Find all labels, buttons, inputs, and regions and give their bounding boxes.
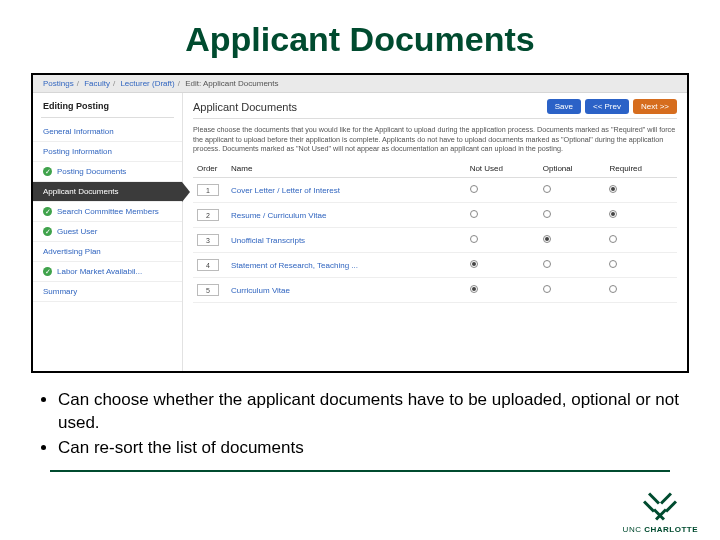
sidebar-item-summary[interactable]: Summary bbox=[33, 282, 182, 302]
bullet-2: Can re-sort the list of documents bbox=[58, 437, 680, 460]
panel-instructions: Please choose the documents that you wou… bbox=[193, 125, 677, 154]
sidebar-item-general-information[interactable]: General Information bbox=[33, 122, 182, 142]
sidebar-item-posting-documents[interactable]: Posting Documents bbox=[33, 162, 182, 182]
crumb-postings[interactable]: Postings bbox=[43, 79, 74, 88]
crumb-lecturer[interactable]: Lecturer (Draft) bbox=[120, 79, 174, 88]
crumb-current: Edit: Applicant Documents bbox=[185, 79, 278, 88]
radio-optional[interactable] bbox=[543, 260, 551, 268]
documents-table: Order Name Not Used Optional Required 1C… bbox=[193, 160, 677, 303]
radio-required[interactable] bbox=[609, 185, 617, 193]
table-row: 4Statement of Research, Teaching ... bbox=[193, 253, 677, 278]
order-input[interactable]: 5 bbox=[197, 284, 219, 296]
bullet-1: Can choose whether the applicant documen… bbox=[58, 389, 680, 435]
radio-required[interactable] bbox=[609, 260, 617, 268]
next-button[interactable]: Next >> bbox=[633, 99, 677, 114]
unc-charlotte-logo: UNC CHARLOTTE bbox=[623, 493, 698, 534]
radio-required[interactable] bbox=[609, 210, 617, 218]
order-input[interactable]: 3 bbox=[197, 234, 219, 246]
sidebar-item-guest-user[interactable]: Guest User bbox=[33, 222, 182, 242]
doc-name[interactable]: Unofficial Transcripts bbox=[227, 228, 466, 253]
radio-optional[interactable] bbox=[543, 235, 551, 243]
sidebar-item-applicant-documents[interactable]: Applicant Documents bbox=[33, 182, 182, 202]
radio-notused[interactable] bbox=[470, 185, 478, 193]
sidebar-item-search-committee[interactable]: Search Committee Members bbox=[33, 202, 182, 222]
check-icon bbox=[43, 267, 52, 276]
crumb-faculty[interactable]: Faculty bbox=[84, 79, 110, 88]
check-icon bbox=[43, 207, 52, 216]
order-input[interactable]: 4 bbox=[197, 259, 219, 271]
slide-title: Applicant Documents bbox=[30, 20, 690, 59]
radio-notused[interactable] bbox=[470, 210, 478, 218]
radio-optional[interactable] bbox=[543, 185, 551, 193]
table-row: 1Cover Letter / Letter of Interest bbox=[193, 178, 677, 203]
radio-notused[interactable] bbox=[470, 235, 478, 243]
check-icon bbox=[43, 227, 52, 236]
slide-bullets: Can choose whether the applicant documen… bbox=[30, 389, 690, 460]
radio-required[interactable] bbox=[609, 235, 617, 243]
col-notused: Not Used bbox=[466, 160, 539, 178]
crown-icon bbox=[638, 493, 682, 523]
save-button[interactable]: Save bbox=[547, 99, 581, 114]
panel-title: Applicant Documents bbox=[193, 101, 543, 113]
radio-optional[interactable] bbox=[543, 210, 551, 218]
doc-name[interactable]: Curriculum Vitae bbox=[227, 278, 466, 303]
radio-optional[interactable] bbox=[543, 285, 551, 293]
sidebar-item-posting-information[interactable]: Posting Information bbox=[33, 142, 182, 162]
doc-name[interactable]: Cover Letter / Letter of Interest bbox=[227, 178, 466, 203]
check-icon bbox=[43, 167, 52, 176]
table-row: 3Unofficial Transcripts bbox=[193, 228, 677, 253]
col-optional: Optional bbox=[539, 160, 606, 178]
prev-button[interactable]: << Prev bbox=[585, 99, 629, 114]
table-row: 2Resume / Curriculum Vitae bbox=[193, 203, 677, 228]
order-input[interactable]: 1 bbox=[197, 184, 219, 196]
table-row: 5Curriculum Vitae bbox=[193, 278, 677, 303]
order-input[interactable]: 2 bbox=[197, 209, 219, 221]
col-name: Name bbox=[227, 160, 466, 178]
sidebar-title: Editing Posting bbox=[33, 93, 182, 117]
radio-required[interactable] bbox=[609, 285, 617, 293]
doc-name[interactable]: Statement of Research, Teaching ... bbox=[227, 253, 466, 278]
radio-notused[interactable] bbox=[470, 260, 478, 268]
sidebar-item-labor-market[interactable]: Labor Market Availabil... bbox=[33, 262, 182, 282]
col-required: Required bbox=[605, 160, 677, 178]
doc-name[interactable]: Resume / Curriculum Vitae bbox=[227, 203, 466, 228]
radio-notused[interactable] bbox=[470, 285, 478, 293]
sidebar: Editing Posting General Information Post… bbox=[33, 93, 183, 371]
footer-divider bbox=[50, 470, 670, 473]
col-order: Order bbox=[193, 160, 227, 178]
main-panel: Applicant Documents Save << Prev Next >>… bbox=[183, 93, 687, 371]
sidebar-item-advertising-plan[interactable]: Advertising Plan bbox=[33, 242, 182, 262]
app-screenshot: Postings/ Faculty/ Lecturer (Draft)/ Edi… bbox=[31, 73, 689, 373]
breadcrumb: Postings/ Faculty/ Lecturer (Draft)/ Edi… bbox=[33, 75, 687, 93]
